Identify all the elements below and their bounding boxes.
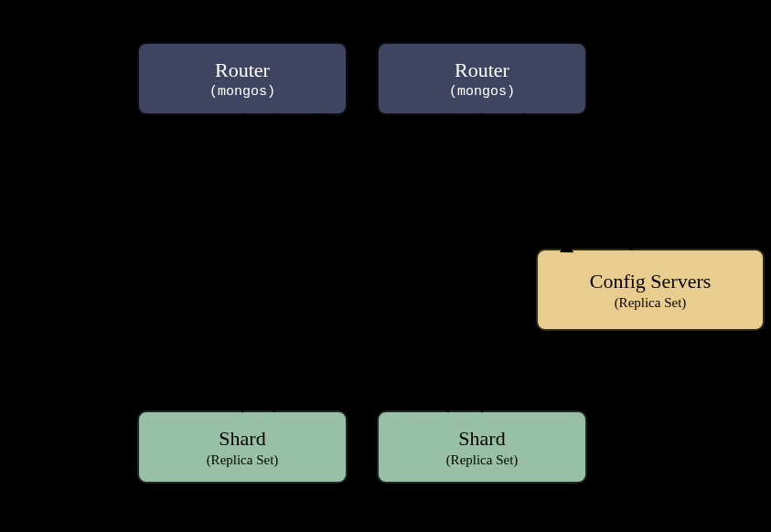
router-box-2: Router (mongos)	[377, 42, 587, 115]
config-subtitle: (Replica Set)	[615, 295, 687, 311]
svg-line-1	[274, 115, 448, 410]
config-servers-box: Config Servers (Replica Set)	[536, 249, 765, 331]
shard-subtitle-1: (Replica Set)	[207, 452, 279, 468]
router-subtitle-2: (mongos)	[449, 84, 515, 100]
config-title: Config Servers	[590, 270, 712, 293]
shard-title-2: Shard	[458, 427, 505, 451]
svg-line-3	[274, 115, 448, 410]
shard-subtitle-2: (Replica Set)	[446, 452, 519, 468]
router-box-1: Router (mongos)	[137, 42, 348, 115]
svg-line-5	[526, 115, 631, 249]
shard-box-2: Shard (Replica Set)	[377, 410, 587, 484]
router-title-2: Router	[455, 59, 509, 82]
router-title-1: Router	[215, 59, 270, 82]
shard-box-1: Shard (Replica Set)	[137, 410, 348, 484]
svg-line-4	[316, 115, 572, 251]
router-subtitle-1: (mongos)	[209, 84, 275, 100]
shard-title-1: Shard	[219, 427, 265, 451]
